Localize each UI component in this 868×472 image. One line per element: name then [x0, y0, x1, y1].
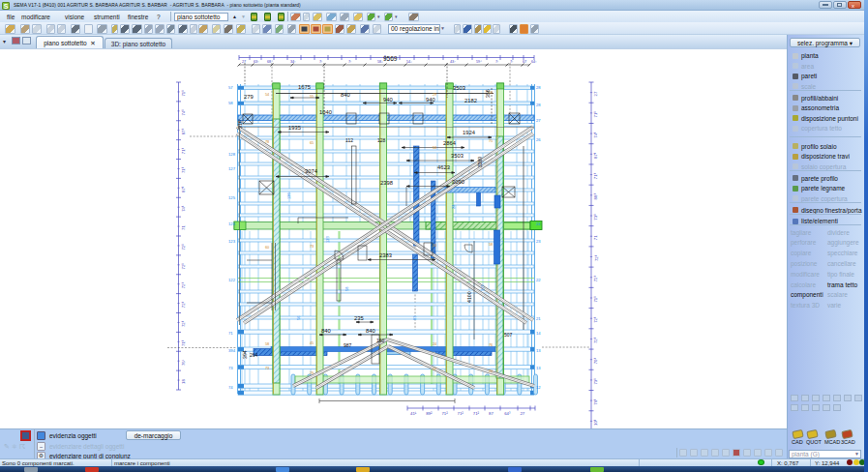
svg-text:59⁴: 59⁴	[476, 60, 482, 64]
svg-text:63¹: 63¹	[254, 60, 259, 64]
svg-text:55: 55	[310, 95, 314, 99]
svg-text:394: 394	[242, 350, 248, 359]
svg-text:65: 65	[310, 141, 314, 145]
svg-text:394: 394	[228, 348, 236, 353]
svg-text:73¹: 73¹	[594, 214, 599, 221]
svg-text:71: 71	[594, 235, 599, 240]
svg-text:72¹: 72¹	[181, 244, 186, 251]
svg-text:68⁴: 68⁴	[267, 60, 273, 64]
svg-text:24: 24	[451, 204, 456, 209]
svg-text:27: 27	[520, 411, 524, 416]
svg-text:69: 69	[489, 91, 493, 95]
svg-text:127: 127	[228, 166, 236, 171]
svg-text:20: 20	[433, 244, 436, 248]
svg-text:60: 60	[265, 246, 269, 250]
svg-text:113: 113	[480, 284, 485, 291]
svg-text:3369: 3369	[477, 157, 483, 167]
svg-text:3503: 3503	[451, 153, 464, 159]
svg-text:13: 13	[536, 348, 541, 353]
svg-text:840: 840	[341, 92, 350, 98]
svg-text:45: 45	[310, 341, 314, 345]
svg-text:72¹: 72¹	[181, 320, 186, 327]
svg-text:1040: 1040	[319, 109, 332, 115]
svg-text:73: 73	[310, 245, 314, 249]
svg-text:58: 58	[344, 286, 349, 291]
svg-text:22: 22	[536, 278, 541, 282]
svg-text:10¹: 10¹	[594, 419, 599, 426]
svg-text:840: 840	[321, 328, 331, 334]
svg-text:73: 73	[265, 367, 269, 370]
svg-text:74: 74	[228, 385, 233, 390]
svg-text:987: 987	[344, 342, 352, 348]
svg-text:88¹: 88¹	[594, 193, 599, 200]
svg-text:23: 23	[536, 239, 541, 244]
svg-text:58: 58	[489, 243, 493, 247]
svg-text:56: 56	[296, 315, 301, 320]
svg-text:78: 78	[265, 140, 269, 144]
svg-text:279: 279	[244, 94, 254, 100]
svg-text:29: 29	[310, 371, 314, 375]
svg-text:67: 67	[523, 60, 526, 64]
svg-text:64³: 64³	[504, 411, 511, 416]
svg-text:41¹: 41¹	[410, 411, 417, 416]
svg-text:7¹: 7¹	[495, 60, 499, 64]
svg-text:840: 840	[366, 328, 375, 334]
svg-text:43²: 43²	[450, 60, 456, 64]
svg-text:7¹: 7¹	[348, 60, 352, 64]
svg-text:73¹: 73¹	[594, 378, 599, 385]
svg-text:940: 940	[426, 97, 435, 103]
svg-text:122: 122	[228, 278, 236, 282]
svg-text:1675: 1675	[298, 84, 311, 90]
svg-text:74¹: 74¹	[594, 132, 599, 138]
svg-text:124: 124	[228, 221, 236, 226]
svg-text:71²: 71²	[441, 411, 448, 416]
svg-text:71¹: 71¹	[181, 339, 186, 346]
svg-text:89²: 89²	[426, 411, 433, 416]
svg-text:7¹: 7¹	[510, 60, 514, 64]
svg-text:72¹: 72¹	[181, 282, 186, 289]
svg-text:75: 75	[489, 139, 493, 143]
svg-text:71¹: 71¹	[181, 166, 186, 173]
svg-text:24: 24	[433, 342, 436, 346]
svg-text:112: 112	[345, 137, 353, 143]
svg-text:125: 125	[228, 195, 236, 200]
svg-text:3090: 3090	[452, 179, 464, 185]
svg-text:4623: 4623	[437, 164, 450, 170]
svg-text:87: 87	[489, 411, 494, 416]
svg-text:72¹: 72¹	[594, 276, 599, 282]
svg-text:72¹: 72¹	[181, 301, 186, 308]
svg-text:3503: 3503	[453, 85, 465, 91]
svg-text:71: 71	[181, 225, 186, 230]
svg-text:87¹: 87¹	[181, 186, 186, 192]
svg-text:28: 28	[536, 85, 541, 90]
svg-text:71¹: 71¹	[594, 296, 599, 303]
svg-text:2864: 2864	[443, 140, 457, 146]
svg-text:74¹: 74¹	[181, 109, 186, 116]
svg-text:72¹: 72¹	[594, 337, 599, 343]
svg-text:29: 29	[433, 93, 436, 97]
svg-text:26: 26	[536, 137, 541, 142]
svg-text:58: 58	[265, 342, 269, 346]
svg-text:27: 27	[594, 91, 599, 96]
svg-text:76¹: 76¹	[594, 398, 599, 405]
svg-text:57: 57	[433, 368, 436, 371]
svg-text:2182: 2182	[464, 98, 477, 103]
svg-text:72¹: 72¹	[594, 254, 599, 261]
svg-text:57: 57	[228, 85, 233, 90]
svg-text:76⁴: 76⁴	[181, 359, 186, 366]
svg-text:71: 71	[228, 331, 233, 336]
svg-text:53: 53	[433, 146, 436, 150]
svg-text:1924: 1924	[463, 130, 476, 135]
svg-text:264: 264	[250, 352, 258, 358]
svg-text:2383: 2383	[379, 252, 392, 258]
svg-text:24: 24	[536, 221, 541, 226]
svg-text:4100: 4100	[466, 291, 472, 303]
svg-text:70¹: 70¹	[594, 358, 599, 365]
svg-text:235: 235	[354, 315, 364, 321]
svg-text:7¹: 7¹	[319, 60, 323, 64]
svg-text:27: 27	[242, 60, 246, 64]
svg-text:73: 73	[228, 366, 233, 370]
svg-text:70: 70	[489, 369, 493, 373]
svg-text:160: 160	[376, 338, 385, 343]
svg-text:71²: 71²	[458, 411, 464, 416]
